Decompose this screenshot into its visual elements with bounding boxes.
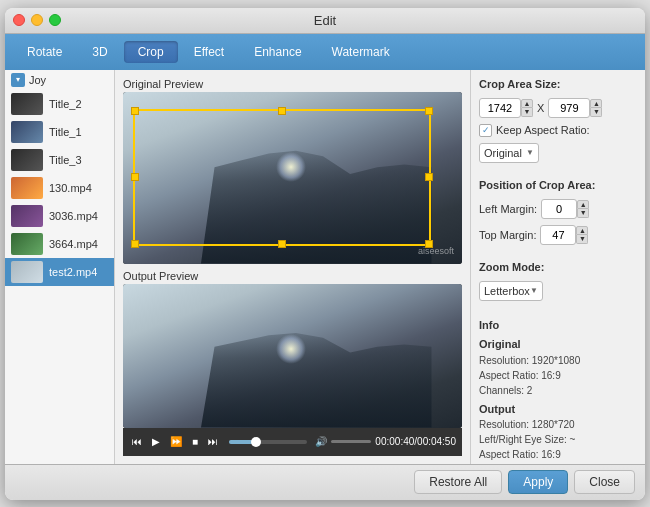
- output-preview-section: Output Preview ⏮ ▶ ⏩ ■ ⏭: [123, 270, 462, 456]
- top-margin-label: Top Margin:: [479, 229, 536, 241]
- toolbar: Rotate 3D Crop Effect Enhance Watermark: [5, 34, 645, 70]
- sidebar-item-title2[interactable]: Title_2: [5, 90, 114, 118]
- thumb-3036mp4: [11, 205, 43, 227]
- crop-handle-bm[interactable]: [278, 240, 286, 248]
- crop-handle-tl[interactable]: [131, 107, 139, 115]
- sidebar-item-3036mp4[interactable]: 3036.mp4: [5, 202, 114, 230]
- close-button-bar[interactable]: Close: [574, 470, 635, 494]
- time-display: 00:00:40/00:04:50: [375, 436, 456, 447]
- x-separator: X: [537, 102, 544, 114]
- sidebar-item-3664mp4[interactable]: 3664.mp4: [5, 230, 114, 258]
- original-resolution: Resolution: 1920*1080: [479, 353, 637, 368]
- zoom-mode-label: Zoom Mode:: [479, 261, 637, 273]
- crop-size-row: ▲ ▼ X ▲ ▼: [479, 98, 637, 118]
- close-button[interactable]: [13, 14, 25, 26]
- keep-aspect-row: ✓ Keep Aspect Ratio:: [479, 124, 637, 137]
- watermark-tab[interactable]: Watermark: [318, 41, 404, 63]
- apply-button[interactable]: Apply: [508, 470, 568, 494]
- crop-handle-tr[interactable]: [425, 107, 433, 115]
- bottom-bar: Restore All Apply Close: [5, 464, 645, 500]
- output-resolution: Resolution: 1280*720: [479, 417, 637, 432]
- thumb-130mp4: [11, 177, 43, 199]
- sidebar-item-title3[interactable]: Title_3: [5, 146, 114, 174]
- effect-tab[interactable]: Effect: [180, 41, 238, 63]
- right-panel: Crop Area Size: ▲ ▼ X ▲ ▼: [470, 70, 645, 464]
- restore-all-button[interactable]: Restore All: [414, 470, 502, 494]
- progress-fill: [229, 440, 252, 444]
- aspect-value: Original: [484, 147, 522, 159]
- sidebar-item-test2mp4[interactable]: test2.mp4: [5, 258, 114, 286]
- zoom-value: Letterbox: [484, 285, 530, 297]
- original-heading: Original: [479, 336, 637, 353]
- sidebar-item-label: Joy: [29, 74, 46, 86]
- skip-back-button[interactable]: ⏮: [129, 435, 145, 448]
- crop-handle-lm[interactable]: [131, 173, 139, 181]
- info-heading: Info: [479, 317, 637, 334]
- output-light-effect: [276, 334, 306, 364]
- info-block: Info Original Resolution: 1920*1080 Aspe…: [479, 317, 637, 464]
- zoom-select-arrow: ▼: [530, 286, 538, 295]
- original-channels: Channels: 2: [479, 383, 637, 398]
- rotate-tab[interactable]: Rotate: [13, 41, 76, 63]
- thumb-3664mp4: [11, 233, 43, 255]
- crop-area-size-label: Crop Area Size:: [479, 78, 637, 90]
- output-preview-video[interactable]: [123, 284, 462, 428]
- progress-knob[interactable]: [251, 437, 261, 447]
- keep-aspect-checkbox[interactable]: ✓: [479, 124, 492, 137]
- crop-handle-rm[interactable]: [425, 173, 433, 181]
- left-margin-up-btn[interactable]: ▲: [577, 200, 589, 209]
- height-stepper: ▲ ▼: [590, 99, 602, 117]
- aspect-select[interactable]: Original ▼: [479, 143, 539, 163]
- width-up-btn[interactable]: ▲: [521, 99, 533, 108]
- stop-button[interactable]: ■: [189, 435, 201, 448]
- progress-bar[interactable]: [229, 440, 307, 444]
- sidebar-item-joy[interactable]: ▾ Joy: [5, 70, 114, 90]
- volume-icon[interactable]: 🔊: [315, 436, 327, 447]
- crop-handle-bl[interactable]: [131, 240, 139, 248]
- thumb-title2: [11, 93, 43, 115]
- preview-area: Original Preview: [115, 70, 470, 464]
- original-preview-section: Original Preview: [123, 78, 462, 264]
- aspect-select-row: Original ▼: [479, 143, 637, 163]
- top-margin-up-btn[interactable]: ▲: [576, 226, 588, 235]
- left-margin-input[interactable]: [541, 199, 577, 219]
- play-button[interactable]: ▶: [149, 435, 163, 448]
- title-bar: Edit: [5, 8, 645, 34]
- crop-tab[interactable]: Crop: [124, 41, 178, 63]
- zoom-select-row: Letterbox ▼: [479, 281, 637, 301]
- thumb-title3: [11, 149, 43, 171]
- height-down-btn[interactable]: ▼: [590, 108, 602, 117]
- width-input-group: ▲ ▼: [479, 98, 533, 118]
- height-input-group: ▲ ▼: [548, 98, 602, 118]
- left-margin-stepper: ▲ ▼: [577, 200, 589, 218]
- original-preview-label: Original Preview: [123, 78, 462, 90]
- sidebar-item-title1[interactable]: Title_1: [5, 118, 114, 146]
- fast-forward-button[interactable]: ⏩: [167, 435, 185, 448]
- left-margin-down-btn[interactable]: ▼: [577, 209, 589, 218]
- height-up-btn[interactable]: ▲: [590, 99, 602, 108]
- width-input[interactable]: [479, 98, 521, 118]
- minimize-button[interactable]: [31, 14, 43, 26]
- width-down-btn[interactable]: ▼: [521, 108, 533, 117]
- output-aspect: Aspect Ratio: 16:9: [479, 447, 637, 462]
- 3d-tab[interactable]: 3D: [78, 41, 121, 63]
- top-margin-input[interactable]: [540, 225, 576, 245]
- original-preview-video[interactable]: aiseesoft: [123, 92, 462, 264]
- original-aspect: Aspect Ratio: 16:9: [479, 368, 637, 383]
- top-margin-down-btn[interactable]: ▼: [576, 235, 588, 244]
- collapse-icon: ▾: [11, 73, 25, 87]
- volume-bar[interactable]: [331, 440, 371, 443]
- crop-box[interactable]: [133, 109, 431, 247]
- crop-handle-tm[interactable]: [278, 107, 286, 115]
- enhance-tab[interactable]: Enhance: [240, 41, 315, 63]
- skip-forward-button[interactable]: ⏭: [205, 435, 221, 448]
- top-margin-input-group: ▲ ▼: [540, 225, 588, 245]
- traffic-lights: [13, 14, 61, 26]
- sidebar-item-130mp4[interactable]: 130.mp4: [5, 174, 114, 202]
- maximize-button[interactable]: [49, 14, 61, 26]
- top-margin-row: Top Margin: ▲ ▼: [479, 225, 637, 245]
- height-input[interactable]: [548, 98, 590, 118]
- zoom-select[interactable]: Letterbox ▼: [479, 281, 543, 301]
- output-preview-label: Output Preview: [123, 270, 462, 282]
- crop-overlay[interactable]: [123, 92, 462, 264]
